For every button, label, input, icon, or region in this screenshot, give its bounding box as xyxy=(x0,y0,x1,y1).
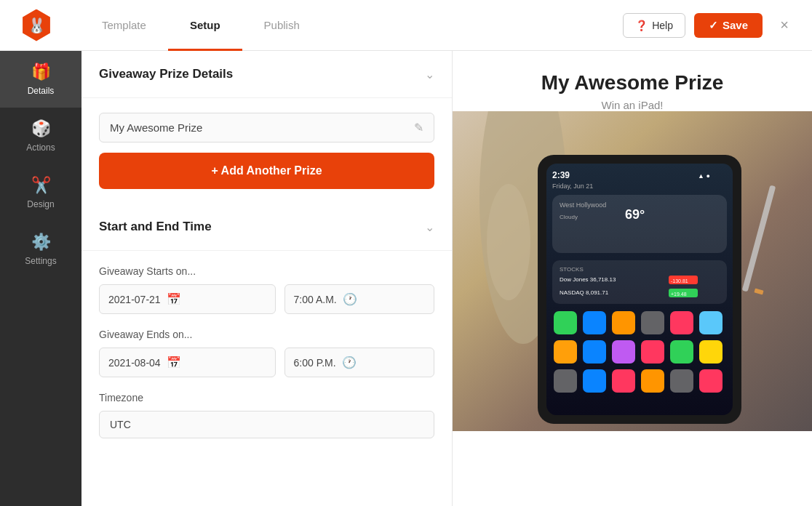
preview-subtitle: Win an iPad! xyxy=(601,99,663,111)
svg-text:Dow Jones   36,718.13: Dow Jones 36,718.13 xyxy=(560,276,616,283)
end-date-value: 2021-08-04 xyxy=(108,357,161,369)
svg-text:STOCKS: STOCKS xyxy=(560,266,584,273)
svg-rect-33 xyxy=(583,369,606,393)
preview-image: 2:39 ▲ ● Friday, Jun 21 West Hollywood C… xyxy=(453,111,812,431)
nav-tabs: Template Setup Publish xyxy=(80,0,322,50)
end-time-field[interactable]: 6:00 P.M. 🕐 xyxy=(284,348,434,377)
prize-section-header[interactable]: Giveaway Prize Details ⌄ xyxy=(81,51,452,98)
start-time-value: 7:00 A.M. xyxy=(294,294,337,305)
svg-rect-24 xyxy=(670,311,693,334)
add-prize-button[interactable]: + Add Another Prize xyxy=(99,153,434,189)
svg-text:+19.48: +19.48 xyxy=(671,292,687,297)
start-date-field[interactable]: 2021-07-21 📅 xyxy=(99,284,276,314)
timezone-field[interactable]: UTC xyxy=(99,411,434,438)
design-icon: ✂️ xyxy=(31,176,51,195)
right-panel: My Awesome Prize Win an iPad! xyxy=(453,51,812,506)
svg-rect-29 xyxy=(641,340,664,364)
logo-icon: 🐰 xyxy=(28,17,46,34)
details-icon: 🎁 xyxy=(31,63,51,81)
svg-rect-34 xyxy=(612,369,635,393)
actions-icon: 🎲 xyxy=(31,119,51,138)
ends-label: Giveaway Ends on... xyxy=(99,329,434,340)
svg-rect-23 xyxy=(641,311,664,334)
help-icon: ❓ xyxy=(635,20,648,31)
save-label: Save xyxy=(723,19,748,31)
check-icon: ✓ xyxy=(709,19,718,32)
app-logo: 🐰 xyxy=(20,9,52,41)
svg-text:Cloudy: Cloudy xyxy=(560,214,578,220)
sidebar: 🎁 Details 🎲 Actions ✂️ Design ⚙️ Setting… xyxy=(0,51,81,506)
start-time-field[interactable]: 7:00 A.M. 🕐 xyxy=(284,284,434,314)
settings-icon: ⚙️ xyxy=(31,233,51,252)
time-section-header[interactable]: Start and End Time ⌄ xyxy=(81,204,452,251)
svg-text:West Hollywood: West Hollywood xyxy=(560,201,606,209)
svg-rect-31 xyxy=(699,340,723,364)
sidebar-item-actions[interactable]: 🎲 Actions xyxy=(0,108,81,164)
svg-text:-130.81: -130.81 xyxy=(671,278,688,284)
svg-text:Friday, Jun 21: Friday, Jun 21 xyxy=(552,182,593,190)
sidebar-label-design: Design xyxy=(27,199,54,209)
svg-rect-36 xyxy=(670,369,693,393)
timezone-value: UTC xyxy=(110,419,131,430)
sidebar-item-details[interactable]: 🎁 Details xyxy=(0,51,81,108)
time-section-body: Giveaway Starts on... 2021-07-21 📅 7:00 … xyxy=(81,251,452,453)
tab-template[interactable]: Template xyxy=(80,1,168,51)
help-button[interactable]: ❓ Help xyxy=(623,13,685,38)
svg-rect-20 xyxy=(554,311,577,334)
prize-section-title: Giveaway Prize Details xyxy=(99,67,233,81)
svg-rect-35 xyxy=(641,369,664,393)
time-section-title: Start and End Time xyxy=(99,220,212,234)
svg-text:69°: 69° xyxy=(625,207,645,222)
svg-point-2 xyxy=(487,184,530,300)
calendar-icon-end: 📅 xyxy=(167,356,181,369)
logo-wrap: 🐰 xyxy=(15,9,58,41)
end-date-time-row: 2021-08-04 📅 6:00 P.M. 🕐 xyxy=(99,348,434,377)
nav-right: ❓ Help ✓ Save × xyxy=(623,12,797,39)
tab-setup[interactable]: Setup xyxy=(168,1,242,51)
prize-chevron-icon: ⌄ xyxy=(425,68,434,81)
svg-rect-26 xyxy=(554,340,577,364)
prize-name-text: My Awesome Prize xyxy=(110,121,414,134)
close-button[interactable]: × xyxy=(771,12,797,39)
svg-rect-28 xyxy=(612,340,635,364)
starts-label: Giveaway Starts on... xyxy=(99,265,434,277)
svg-rect-32 xyxy=(554,369,577,393)
preview-title: My Awesome Prize xyxy=(541,71,724,95)
top-nav: 🐰 Template Setup Publish ❓ Help ✓ Save × xyxy=(0,0,812,51)
end-date-field[interactable]: 2021-08-04 📅 xyxy=(99,348,276,377)
edit-icon[interactable]: ✎ xyxy=(414,121,423,134)
sidebar-item-settings[interactable]: ⚙️ Settings xyxy=(0,221,81,278)
timezone-label: Timezone xyxy=(99,392,434,403)
help-label: Help xyxy=(652,20,673,31)
sidebar-item-design[interactable]: ✂️ Design xyxy=(0,164,81,221)
svg-rect-37 xyxy=(699,369,723,393)
clock-icon-start: 🕐 xyxy=(343,292,357,306)
clock-icon-end: 🕐 xyxy=(342,356,357,369)
time-chevron-icon: ⌄ xyxy=(425,220,434,234)
save-button[interactable]: ✓ Save xyxy=(694,13,763,38)
svg-rect-25 xyxy=(699,311,723,334)
calendar-icon-start: 📅 xyxy=(167,292,181,306)
end-time-value: 6:00 P.M. xyxy=(294,357,336,369)
main-wrap: 🎁 Details 🎲 Actions ✂️ Design ⚙️ Setting… xyxy=(0,51,812,506)
svg-rect-21 xyxy=(583,311,606,334)
svg-rect-22 xyxy=(612,311,635,334)
svg-rect-30 xyxy=(670,340,693,364)
sidebar-label-details: Details xyxy=(28,86,55,96)
svg-rect-27 xyxy=(583,340,606,364)
sidebar-label-settings: Settings xyxy=(25,256,56,266)
prize-input-wrap[interactable]: My Awesome Prize ✎ xyxy=(99,113,434,142)
svg-text:2:39: 2:39 xyxy=(552,170,570,180)
sidebar-label-actions: Actions xyxy=(26,142,55,153)
svg-text:▲ ●: ▲ ● xyxy=(698,172,710,180)
start-date-value: 2021-07-21 xyxy=(108,294,161,305)
preview-background: 2:39 ▲ ● Friday, Jun 21 West Hollywood C… xyxy=(453,111,812,431)
svg-text:NASDAQ   8,091.71: NASDAQ 8,091.71 xyxy=(560,289,609,296)
start-date-time-row: 2021-07-21 📅 7:00 A.M. 🕐 xyxy=(99,284,434,314)
prize-section-body: My Awesome Prize ✎ + Add Another Prize xyxy=(81,98,452,204)
tab-publish[interactable]: Publish xyxy=(242,1,322,51)
left-panel: Giveaway Prize Details ⌄ My Awesome Priz… xyxy=(81,51,453,506)
